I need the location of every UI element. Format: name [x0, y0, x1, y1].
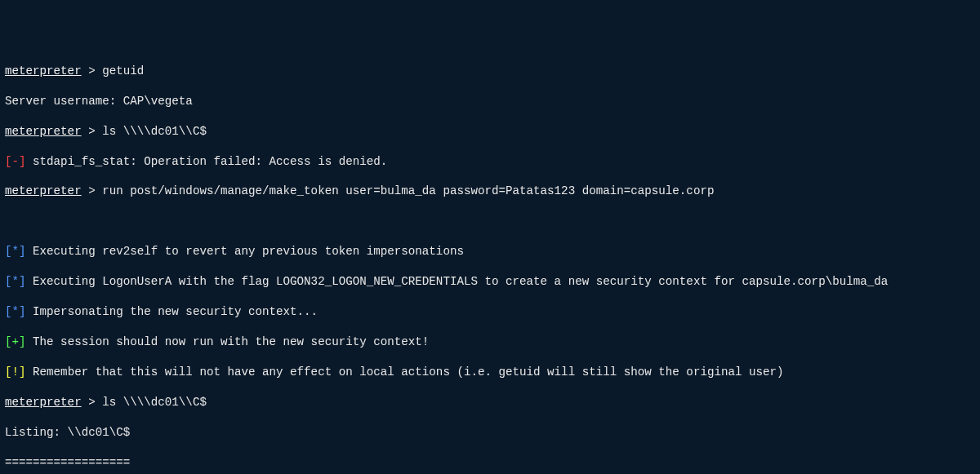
cmd-ls-denied: ls \\\\dc01\\C$ [102, 125, 207, 138]
status-msg: Remember that this will not have any eff… [26, 365, 784, 379]
status-tag-success: [+] [5, 335, 26, 348]
status-tag-info: [*] [5, 245, 26, 258]
status-tag-info: [*] [5, 305, 26, 318]
listing-divider: ================== [5, 455, 975, 470]
terminal-line: [+] The session should now run with the … [5, 334, 975, 349]
prompt-sep: > [82, 184, 103, 197]
prompt: meterpreter [5, 125, 82, 138]
status-tag-warn: [!] [5, 365, 26, 379]
cmd-ls-success: ls \\\\dc01\\C$ [102, 396, 207, 409]
status-msg: stdapi_fs_stat: Operation failed: Access… [26, 155, 388, 168]
prompt: meterpreter [5, 64, 82, 78]
terminal-line: meterpreter > getuid [5, 64, 975, 78]
terminal-line: [*] Executing rev2self to revert any pre… [5, 244, 975, 259]
terminal-line: [*] Executing LogonUserA with the flag L… [5, 274, 975, 289]
prompt-sep: > [82, 125, 103, 138]
terminal-line: meterpreter > run post/windows/manage/ma… [5, 184, 975, 198]
cmd-make-token: run post/windows/manage/make_token user=… [102, 184, 714, 197]
terminal-line: [-] stdapi_fs_stat: Operation failed: Ac… [5, 154, 975, 169]
prompt: meterpreter [5, 396, 82, 409]
terminal-line: [!] Remember that this will not have any… [5, 365, 975, 379]
status-msg: The session should now run with the new … [26, 335, 430, 348]
status-tag-error: [-] [5, 155, 26, 168]
prompt: meterpreter [5, 184, 82, 197]
status-msg: Executing rev2self to revert any previou… [26, 245, 464, 258]
terminal-line: meterpreter > ls \\\\dc01\\C$ [5, 124, 975, 139]
status-msg: Executing LogonUserA with the flag LOGON… [26, 275, 889, 288]
status-msg: Impersonating the new security context..… [26, 305, 318, 318]
prompt-sep: > [82, 64, 103, 78]
terminal-line: Server username: CAP\vegeta [5, 94, 975, 109]
terminal-line: meterpreter > ls \\\\dc01\\C$ [5, 395, 975, 410]
prompt-sep: > [82, 396, 103, 409]
listing-title: Listing: \\dc01\C$ [5, 425, 975, 440]
cmd-getuid: getuid [102, 64, 144, 78]
blank-line [5, 214, 975, 228]
status-tag-info: [*] [5, 275, 26, 288]
terminal-line: [*] Impersonating the new security conte… [5, 304, 975, 319]
